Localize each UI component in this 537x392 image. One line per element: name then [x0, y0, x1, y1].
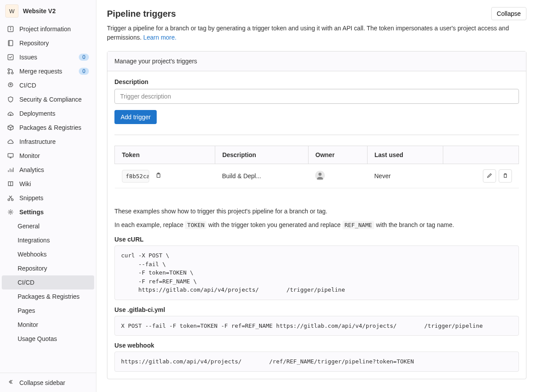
th-description: Description [215, 146, 308, 164]
subnav-webhooks[interactable]: Webhooks [0, 247, 96, 261]
th-owner: Owner [308, 146, 367, 164]
sidebar-item-repository[interactable]: Repository [0, 36, 96, 50]
learn-more-link[interactable]: Learn more. [143, 34, 176, 41]
triggers-table: Token Description Owner Last used [114, 146, 519, 188]
svg-rect-10 [8, 154, 13, 157]
wiki-icon [7, 180, 14, 187]
merge-icon [7, 68, 14, 75]
svg-point-9 [10, 84, 11, 85]
sidebar-item-issues[interactable]: Issues 0 [0, 50, 96, 64]
sidebar-item-label: Packages & Registries [19, 124, 81, 131]
collapse-sidebar-button[interactable]: Collapse sidebar [0, 373, 96, 392]
pencil-icon [486, 172, 493, 180]
examples-replace: In each example, replace TOKEN with the … [114, 220, 519, 230]
cloud-icon [7, 138, 14, 145]
curl-label: Use cURL [114, 236, 519, 243]
subnav-label: Webhooks [18, 251, 47, 258]
issues-icon [7, 54, 14, 61]
svg-point-7 [8, 72, 10, 74]
info-icon [7, 26, 14, 33]
subnav-label: CI/CD [18, 279, 34, 286]
sidebar-item-infrastructure[interactable]: Infrastructure [0, 135, 96, 149]
subnav-label: Monitor [18, 321, 38, 328]
yml-code-block[interactable]: X POST --fail -F token=TOKEN -F ref=REF_… [114, 316, 519, 336]
collapse-label: Collapse sidebar [19, 379, 65, 386]
subnav-pages[interactable]: Pages [0, 304, 96, 318]
ref-code: REF_NAME [342, 221, 375, 229]
sidebar-item-settings[interactable]: Settings [0, 205, 96, 219]
subnav-label: Pages [18, 307, 35, 314]
section-description: Trigger a pipeline for a branch or tag b… [107, 24, 526, 42]
deploy-icon [7, 110, 14, 117]
sidebar-item-label: Issues [19, 54, 37, 61]
owner-avatar[interactable] [315, 171, 325, 180]
shield-icon [7, 96, 14, 103]
svg-point-23 [319, 172, 322, 176]
sidebar-item-snippets[interactable]: Snippets [0, 191, 96, 205]
subnav-label: Integrations [18, 237, 50, 244]
merge-badge: 0 [79, 68, 89, 75]
repository-icon [7, 40, 14, 47]
sidebar-item-label: Merge requests [19, 68, 62, 75]
webhook-label: Use webhook [114, 342, 519, 349]
subnav-label: Usage Quotas [18, 335, 57, 342]
svg-point-6 [8, 69, 10, 70]
issues-badge: 0 [79, 54, 89, 61]
token-value: f8b52cae [122, 170, 149, 183]
th-last-used: Last used [367, 146, 443, 164]
subnav-usage-quotas[interactable]: Usage Quotas [0, 332, 96, 346]
sidebar-item-label: Analytics [19, 166, 44, 173]
monitor-icon [7, 152, 14, 159]
sidebar-item-merge-requests[interactable]: Merge requests 0 [0, 64, 96, 78]
subnav-label: General [18, 223, 40, 230]
sidebar-item-cicd[interactable]: CI/CD [0, 78, 96, 92]
project-avatar: W [5, 4, 18, 18]
project-header[interactable]: W Website V2 [0, 0, 96, 22]
sidebar-nav: Project information Repository Issues 0 … [0, 22, 96, 392]
sidebar-item-label: Infrastructure [19, 138, 55, 145]
subnav-label: Packages & Registries [18, 293, 80, 300]
delete-trigger-button[interactable] [499, 169, 512, 183]
project-name: Website V2 [23, 7, 55, 15]
panel-header: Manage your project's triggers [107, 51, 526, 71]
row-description: Build & Depl... [215, 164, 308, 188]
sidebar-item-label: CI/CD [19, 82, 36, 89]
token-code: TOKEN [185, 221, 206, 229]
subnav-cicd[interactable]: CI/CD [2, 275, 94, 289]
sidebar-item-label: Monitor [19, 152, 40, 159]
description-label: Description [114, 78, 519, 85]
analytics-icon [7, 166, 14, 173]
svg-point-8 [11, 72, 13, 74]
svg-point-19 [10, 211, 11, 213]
sidebar-item-label: Snippets [19, 194, 43, 201]
subnav-repository[interactable]: Repository [0, 261, 96, 275]
sidebar-item-deployments[interactable]: Deployments [0, 106, 96, 121]
sidebar-item-wiki[interactable]: Wiki [0, 177, 96, 191]
collapse-section-button[interactable]: Collapse [491, 7, 526, 20]
sidebar-item-packages[interactable]: Packages & Registries [0, 121, 96, 135]
subnav-monitor[interactable]: Monitor [0, 318, 96, 332]
add-trigger-button[interactable]: Add trigger [114, 110, 157, 124]
settings-icon [7, 209, 14, 216]
subnav-general[interactable]: General [0, 219, 96, 233]
edit-trigger-button[interactable] [483, 169, 496, 183]
sidebar-item-project-information[interactable]: Project information [0, 22, 96, 36]
trigger-description-input[interactable] [114, 89, 519, 104]
yml-label: Use .gitlab-ci.yml [114, 306, 519, 313]
page-title: Pipeline triggers [107, 9, 176, 19]
subnav-integrations[interactable]: Integrations [0, 233, 96, 247]
webhook-code-block[interactable]: https://gitlab.com/api/v4/projects/ /ref… [114, 352, 519, 372]
sidebar-item-analytics[interactable]: Analytics [0, 163, 96, 177]
sidebar-item-security[interactable]: Security & Compliance [0, 92, 96, 106]
sidebar-footer: Collapse sidebar [0, 373, 96, 392]
main-content: Pipeline triggers Collapse Trigger a pip… [96, 0, 537, 392]
clipboard-icon [155, 172, 162, 180]
curl-code-block[interactable]: curl -X POST \ --fail \ -F token=TOKEN \… [114, 245, 519, 300]
sidebar-item-label: Deployments [19, 110, 55, 117]
sidebar-item-monitor[interactable]: Monitor [0, 149, 96, 163]
triggers-panel: Manage your project's triggers Descripti… [107, 51, 526, 379]
copy-token-button[interactable] [152, 169, 165, 183]
subnav-packages[interactable]: Packages & Registries [0, 289, 96, 304]
snippets-icon [7, 194, 14, 201]
svg-point-17 [8, 199, 10, 201]
